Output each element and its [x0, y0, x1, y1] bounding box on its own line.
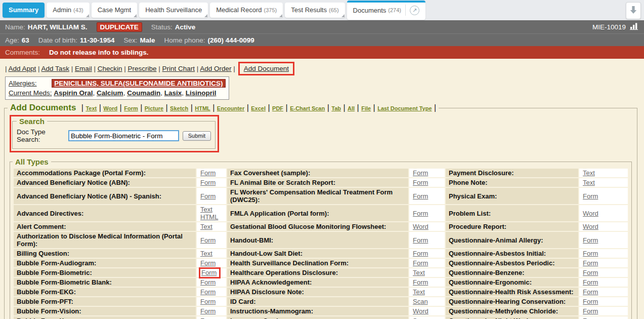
doc-open-link-bubble-form-ekg-form[interactable]: Form [200, 288, 216, 296]
doc-type-name: Bubble Form-PFT: [14, 297, 196, 306]
doc-open-link-bubble-form-biometric-blank-form[interactable]: Form [200, 278, 216, 286]
doc-type-name: Billing Question: [14, 249, 196, 258]
doc-open-link-bubble-form-biometric-form[interactable]: Form [201, 269, 217, 276]
tab-admin[interactable]: Admin(43) [47, 3, 89, 18]
action-link-checkin[interactable]: Checkin [98, 65, 122, 72]
doc-open-link-hipaa-acknowledgement-form[interactable]: Form [413, 278, 428, 286]
tab-health-surveillance[interactable]: Health Surveillance [139, 3, 208, 18]
doc-open-link-questionnaire-ergonomic-form[interactable]: Form [583, 278, 598, 286]
doc-open-link-gestational-blood-glucose-monitoring-flowsheet-word[interactable]: Word [413, 223, 428, 230]
doc-open-link-insurance-card-scan[interactable]: Scan [413, 317, 428, 319]
doc-open-link-health-surveillance-declination-form-form[interactable]: Form [413, 259, 428, 267]
doc-open-link-fl-animal-bite-or-scratch-report-form[interactable]: Form [413, 179, 428, 186]
bar-chart-icon[interactable] [630, 22, 639, 31]
tab-test-results[interactable]: Test Results(65) [285, 3, 345, 18]
action-link-email[interactable]: Email [75, 65, 92, 72]
action-link-print-chart[interactable]: Print Chart [162, 65, 195, 72]
doc-open-link-fl-workers-compensation-medical-treatment-form-dwc25-form[interactable]: Form [413, 192, 428, 200]
doc-type-quick-link-html[interactable]: HTML [195, 105, 210, 111]
doc-type-link-cell: Form [579, 259, 628, 267]
doc-type-quick-link-tab[interactable]: Tab [331, 105, 341, 111]
doc-open-link-advanced-directives-html[interactable]: HTML [200, 213, 218, 221]
doc-type-quick-link-encounter[interactable]: Encounter [217, 105, 244, 111]
tab-case-mgmt[interactable]: Case Mgmt [92, 3, 137, 18]
tab-medical-record[interactable]: Medical Record(375) [210, 3, 283, 18]
allergies-link[interactable]: Allergies: [9, 79, 37, 87]
doc-open-link-hipaa-disclosure-note-text[interactable]: Text [413, 288, 425, 296]
med-link-calcium[interactable]: Calcium [97, 89, 123, 97]
doc-open-link-authorization-to-disclose-medical-information-portal-form-form[interactable]: Form [200, 236, 216, 244]
allergy-value-link[interactable]: PENICILLINS, SULFA(SULFONAMIDE ANTIBIOTI… [52, 79, 225, 88]
doc-type-quick-link-all[interactable]: All [348, 105, 355, 111]
doc-open-link-payment-disclosure-text[interactable]: Text [583, 169, 595, 177]
med-link-lisinopril[interactable]: Lisinopril [186, 89, 217, 97]
med-link-lasix[interactable]: Lasix [164, 89, 182, 97]
doc-type-quick-link-text[interactable]: Text [85, 105, 97, 111]
table-row: Bubble Form-PFT:FormID Card:ScanQuestion… [14, 297, 628, 306]
doc-open-link-problem-list-word[interactable]: Word [583, 210, 598, 217]
doc-open-link-bubble-form-pft-form[interactable]: Form [200, 298, 216, 305]
doc-type-quick-link-e-chart-scan[interactable]: E-Chart Scan [290, 105, 325, 111]
doc-open-link-questionnaire-benzene-form[interactable]: Form [583, 269, 598, 276]
all-types-fieldset: All Types Accommodations Package (Portal… [10, 157, 632, 319]
doc-open-link-fax-coversheet-sample-form[interactable]: Form [413, 169, 428, 177]
doc-type-quick-link-sketch[interactable]: Sketch [170, 105, 188, 111]
doc-open-link-questionnaire-asbestos-periodic-form[interactable]: Form [583, 259, 598, 267]
doc-open-link-healthcare-operations-disclosure-text[interactable]: Text [413, 269, 425, 276]
action-link-add-appt[interactable]: Add Appt [9, 65, 36, 72]
doc-open-link-id-card-scan[interactable]: Scan [413, 298, 428, 305]
doc-type-quick-link-pdf[interactable]: PDF [272, 105, 283, 111]
tab-summary[interactable]: Summary [3, 3, 45, 18]
doc-open-link-advanced-directives-text[interactable]: Text [200, 206, 212, 213]
doc-open-link-questionnaire-asbestos-initial-form[interactable]: Form [583, 250, 598, 257]
table-row: Bubble Form-Biometric:FormHealthcare Ope… [14, 268, 628, 277]
doc-type-link-cell: Form [409, 188, 445, 204]
action-link-add-order[interactable]: Add Order [200, 65, 231, 72]
doc-type-quick-link-word[interactable]: Word [103, 105, 117, 111]
tab-bar-tabs: SummaryAdmin(43)Case MgmtHealth Surveill… [3, 1, 425, 20]
doc-open-link-alert-comment-text[interactable]: Text [200, 223, 212, 230]
doc-open-link-physical-exam-form[interactable]: Form [583, 192, 598, 200]
doc-open-link-procedure-report-word[interactable]: Word [583, 223, 598, 230]
med-link-coumadin[interactable]: Coumadin [127, 89, 160, 97]
med-link-aspirin-oral[interactable]: Aspirin Oral [54, 89, 93, 97]
doc-type-search-input[interactable] [68, 130, 179, 141]
doc-open-link-bubble-form-vision-form[interactable]: Form [200, 307, 216, 315]
doc-open-link-questionnaire-hearing-conservation-form[interactable]: Form [583, 298, 598, 305]
doc-open-link-instructions-mammogram-word[interactable]: Word [413, 307, 428, 315]
doc-open-link-handout-low-salt-diet-form[interactable]: Form [413, 250, 428, 257]
doc-type-quick-link-picture[interactable]: Picture [145, 105, 163, 111]
doc-open-link-questionnaire-methylene-chloride-form[interactable]: Form [583, 307, 598, 315]
doc-open-link-questionnaire-health-risk-assessment-form[interactable]: Form [583, 288, 598, 296]
submit-button[interactable]: Submit [183, 131, 211, 141]
doc-open-link-questionnaire-animal-allergy-form[interactable]: Form [583, 236, 598, 244]
doc-type-name: HIPAA Acknowledgement: [227, 278, 408, 287]
doc-type-quick-link-last-document-type[interactable]: Last Document Type [377, 105, 432, 111]
doc-type-name: FL Animal Bite or Scratch Report: [227, 178, 408, 187]
popout-icon[interactable]: ↗ [410, 6, 419, 15]
action-link-prescribe[interactable]: Prescribe [127, 65, 156, 72]
doc-type-name: Physical Exam: [446, 188, 578, 204]
scroll-down-button[interactable] [626, 2, 641, 19]
doc-type-link-cell: Word [579, 222, 628, 231]
doc-open-link-phone-note-text[interactable]: Text [583, 179, 595, 186]
doc-open-link-advanced-beneficiary-notice-abn-form[interactable]: Form [200, 179, 216, 186]
current-meds-link[interactable]: Current Meds: [9, 89, 52, 97]
doc-open-link-questionnaire-night-worker-form[interactable]: Form [583, 317, 598, 319]
doc-open-link-handout-bmi-form[interactable]: Form [413, 236, 428, 244]
doc-type-link-cell: Form [409, 249, 445, 258]
doc-open-link-bubble-form-x-ray-form[interactable]: Form [200, 317, 216, 319]
doc-type-quick-link-excel[interactable]: Excel [251, 105, 266, 111]
doc-open-link-bubble-form-audiogram-form[interactable]: Form [200, 259, 216, 267]
action-link-add-task[interactable]: Add Task [41, 65, 69, 72]
doc-open-link-billing-question-text[interactable]: Text [200, 250, 212, 257]
doc-open-link-fmla-application-portal-form-form[interactable]: Form [413, 210, 428, 217]
table-row: Bubble Form-Biometric Blank:FormHIPAA Ac… [14, 278, 628, 287]
tab-documents[interactable]: Documents(274)↗ [347, 1, 425, 20]
doc-open-link-accommodations-package-portal-form-form[interactable]: Form [200, 169, 216, 177]
action-link-add-document[interactable]: Add Document [244, 65, 289, 72]
doc-open-link-advanced-beneficiary-notice-abn-spanish-form[interactable]: Form [200, 192, 216, 200]
doc-type-quick-link-form[interactable]: Form [124, 105, 138, 111]
action-links: | Add Appt | Add Task | Email | Checkin … [5, 65, 644, 72]
doc-type-quick-link-file[interactable]: File [361, 105, 371, 111]
